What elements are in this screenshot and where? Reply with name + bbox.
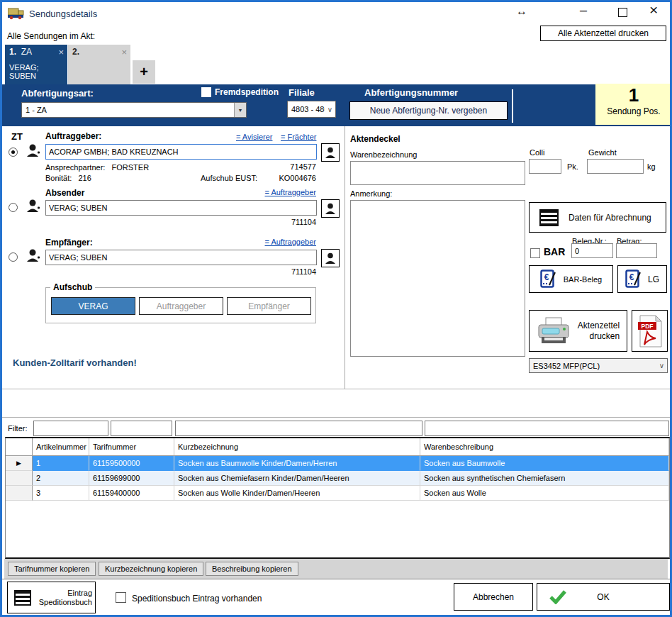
person-add-icon[interactable] — [26, 199, 43, 216]
table-row[interactable]: 3 61159400000 Socken aus Wolle Kinder/Da… — [6, 486, 669, 501]
aufschub-eust-value: KO004676 — [45, 174, 316, 182]
green-check-icon — [549, 590, 566, 604]
footer-divider — [2, 579, 670, 579]
tab1-close-icon[interactable]: × — [58, 47, 64, 57]
euro-receipt-icon: € — [540, 269, 557, 289]
pdf-export-button[interactable]: PDF — [632, 310, 668, 352]
empfaenger-radio[interactable] — [9, 252, 18, 262]
warenbezeichnung-label: Warenbezeichnung — [350, 150, 417, 159]
filter-artikelnummer-input[interactable] — [33, 421, 108, 436]
warenbezeichnung-input[interactable] — [350, 161, 525, 185]
absender-equals-auftraggeber-link[interactable]: = Auftraggeber — [265, 188, 316, 196]
filter-warenbeschreibung-input[interactable] — [425, 421, 669, 436]
avisierer-link[interactable]: = Avisierer — [236, 133, 272, 141]
fremdspedition-label: Fremdspedition — [215, 87, 279, 97]
chevron-down-icon: ∨ — [656, 362, 667, 369]
abfertigungsart-select[interactable]: 1 - ZA ▼ — [21, 102, 247, 118]
col-kurzbezeichnung[interactable]: Kurzbezeichnung — [174, 438, 420, 456]
empfaenger-equals-auftraggeber-link[interactable]: = Auftraggeber — [265, 238, 316, 246]
fraechter-link[interactable]: = Frächter — [281, 133, 316, 141]
bar-checkbox[interactable] — [530, 248, 540, 258]
list-lines-icon — [14, 590, 31, 606]
kg-label: kg — [647, 162, 656, 171]
copy-tarifnummer-button[interactable]: Tarifnummer kopieren — [8, 562, 96, 576]
fremdspedition-checkbox[interactable] — [201, 87, 211, 97]
daten-abrechnung-button[interactable]: Daten für Abrechnung — [529, 202, 666, 233]
empfaenger-contact-button[interactable] — [321, 249, 340, 267]
svg-text:€: € — [629, 272, 634, 282]
absender-input[interactable] — [45, 200, 317, 216]
resize-icon[interactable]: ↔ — [516, 5, 527, 18]
form-bottom-divider — [2, 389, 670, 389]
cancel-button[interactable]: Abbrechen — [454, 583, 533, 611]
pane-divider — [345, 126, 345, 389]
aktendeckel-title: Aktendeckel — [350, 134, 401, 144]
anmerkung-textarea[interactable] — [350, 200, 525, 357]
filiale-select[interactable]: 4803 - 480 ∨ — [287, 101, 336, 118]
list-lines-icon — [539, 209, 559, 226]
minimize-icon[interactable]: – — [580, 3, 587, 18]
auftraggeber-radio[interactable] — [9, 148, 18, 157]
chevron-down-icon: ∨ — [325, 106, 335, 113]
ok-button[interactable]: OK — [537, 583, 670, 611]
band-divider — [512, 89, 513, 123]
colli-input[interactable] — [529, 159, 561, 174]
auftraggeber-label: Auftraggeber: — [45, 131, 101, 141]
filter-label: Filter: — [8, 424, 28, 433]
filter-kurzbezeichnung-input[interactable] — [175, 421, 422, 436]
euro-receipt-icon: € — [625, 269, 642, 289]
aufschub-verag-button[interactable]: VERAG — [51, 297, 135, 315]
tab-sendung-2[interactable]: 2. × — [68, 45, 130, 84]
aufschub-label: Aufschub — [50, 282, 95, 292]
filiale-label: Filiale — [289, 87, 315, 98]
close-icon[interactable]: × — [649, 1, 658, 18]
absender-contact-button[interactable] — [321, 199, 340, 218]
printer-select[interactable]: ES3452 MFP(PCL) ∨ — [529, 358, 668, 373]
col-warenbeschreibung[interactable]: Warenbeschreibung — [420, 438, 669, 456]
tabs-label: Alle Sendungen im Akt: — [7, 31, 95, 41]
tab2-close-icon[interactable]: × — [121, 47, 127, 57]
filter-tarifnummer-input[interactable] — [111, 421, 172, 436]
sendung-pos-panel: 1 Sendung Pos. — [595, 84, 672, 125]
pk-label: Pk. — [567, 162, 578, 171]
absender-radio[interactable] — [9, 203, 18, 212]
lg-button[interactable]: € LG — [617, 265, 667, 293]
col-tarifnummer[interactable]: Tarifnummer — [89, 438, 174, 456]
table-row[interactable]: ▶ 1 61159500000 Socken aus Baumwolle Kin… — [6, 456, 669, 471]
row-selector-arrow-icon: ▶ — [6, 456, 33, 471]
sendung-pos-value: 1 — [595, 84, 672, 106]
auftraggeber-input[interactable] — [45, 144, 317, 160]
svg-text:PDF: PDF — [641, 323, 653, 330]
betrag-input[interactable] — [616, 243, 657, 258]
add-tab-button[interactable]: + — [133, 60, 155, 84]
table-row[interactable]: 2 61159699000 Socken aus Chemiefasern Ki… — [6, 471, 669, 486]
bar-beleg-button[interactable]: € BAR-Beleg — [529, 265, 613, 293]
speditionsbuch-checkbox[interactable] — [116, 592, 126, 603]
neue-abfertigung-button[interactable]: Neue Abfertigung-Nr. vergeben — [349, 101, 508, 120]
person-add-icon[interactable] — [26, 143, 43, 161]
auftraggeber-number: 714577 — [45, 162, 316, 171]
person-add-icon[interactable] — [26, 248, 43, 266]
copy-kurzbezeichnung-button[interactable]: Kurzbezeichnung kopieren — [99, 562, 203, 576]
empfaenger-number: 711104 — [45, 267, 316, 276]
aufschub-empfaenger-button[interactable]: Empfänger — [227, 297, 311, 315]
eintrag-speditionsbuch-button[interactable]: Eintrag Speditionsbuch — [7, 582, 96, 613]
printer-icon — [537, 317, 571, 345]
person-icon — [324, 202, 337, 215]
beleg-nr-input[interactable] — [571, 243, 613, 258]
aktenzettel-drucken-button[interactable]: Aktenzettel drucken — [529, 310, 627, 352]
gewicht-input[interactable] — [587, 159, 644, 174]
maximize-icon[interactable] — [618, 8, 627, 17]
auftraggeber-contact-button[interactable] — [321, 143, 340, 162]
aufschub-auftraggeber-button[interactable]: Auftraggeber — [139, 297, 223, 315]
bar-label: BAR — [544, 246, 565, 257]
print-all-aktenzettel-button[interactable]: Alle Aktenzettel drucken — [540, 26, 666, 41]
col-artikelnummer[interactable]: Artikelnummer — [33, 438, 89, 456]
empfaenger-input[interactable] — [45, 250, 317, 265]
colli-label: Colli — [530, 148, 544, 157]
zt-label: ZT — [11, 131, 23, 142]
abfertigungsart-label: Abfertigungsart: — [21, 88, 94, 99]
tab-sendung-1[interactable]: 1. ZA VERAG; SUBEN × — [5, 45, 67, 84]
dropdown-arrow-icon[interactable]: ▼ — [234, 103, 246, 117]
copy-beschreibung-button[interactable]: Beschreibung kopieren — [206, 562, 298, 576]
